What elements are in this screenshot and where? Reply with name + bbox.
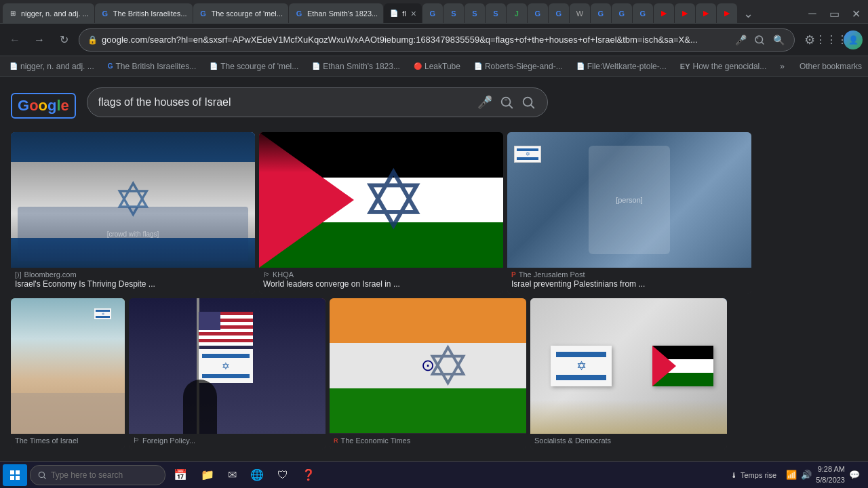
image-card-2-info: 🏳 KHQA World leaders converge on Israel … xyxy=(259,268,503,294)
start-button[interactable] xyxy=(3,464,27,486)
notification-icon[interactable]: 💬 xyxy=(849,470,860,480)
bookmark-item-7[interactable]: EY How the genocidal... xyxy=(676,59,770,74)
tab-3[interactable]: G The scourge of 'mel... xyxy=(193,3,288,23)
tab-13-favicon: W xyxy=(575,9,585,18)
tab-1-title: nigger, n. and adj. ... xyxy=(21,9,89,18)
image-card-7[interactable]: ✡ Socialists & Democrats xyxy=(530,298,727,449)
image-card-3-title: Israel preventing Palestinians from ... xyxy=(511,279,747,290)
voice-input-icon[interactable]: 🎤 xyxy=(477,94,493,110)
bookmark-item-3[interactable]: 📄 The scourge of 'mel... xyxy=(205,59,302,74)
tab-9[interactable]: S xyxy=(486,3,506,23)
bookmark-item-6[interactable]: 📄 File:Weltkarte-ptole-... xyxy=(572,59,671,74)
tab-7[interactable]: S xyxy=(443,3,464,23)
tab-18[interactable]: ▶ xyxy=(675,3,695,23)
tab-11[interactable]: G xyxy=(528,3,548,23)
image-card-5[interactable]: ✡ 🏳 Foreign Policy... xyxy=(129,298,326,449)
apps-icon[interactable]: ⋮⋮⋮ xyxy=(822,30,841,49)
image-card-2[interactable]: ✡ 🏳 KHQA World leaders converge on Israe… xyxy=(259,132,503,294)
image-card-4[interactable]: ✡ The Times of Israel xyxy=(11,298,125,449)
svg-point-1 xyxy=(757,37,759,39)
tab-5-close[interactable]: × xyxy=(411,8,416,19)
google-search-bar[interactable]: flags of the houses of Israel 🎤 xyxy=(87,87,548,117)
tab-15[interactable]: G xyxy=(612,3,632,23)
tab-10-favicon: J xyxy=(512,9,521,18)
search-icon[interactable]: 🔍 xyxy=(771,33,786,47)
bookmark-item-4[interactable]: 📄 Ethan Smith's 1823... xyxy=(308,59,404,74)
refresh-button[interactable]: ↻ xyxy=(54,30,73,49)
network-icon[interactable]: 📶 xyxy=(786,470,797,480)
other-bookmarks-label: Other bookmarks xyxy=(800,62,862,71)
tab-5-active[interactable]: 📄 fl × xyxy=(384,3,422,23)
taskbar-search-input[interactable] xyxy=(51,470,146,480)
profile-avatar[interactable]: 👤 xyxy=(844,30,863,49)
bookmark-item-2[interactable]: G The British Israelites... xyxy=(104,59,201,74)
et-source: The Economic Times xyxy=(341,436,411,445)
other-bookmarks[interactable]: Other bookmarks xyxy=(795,59,866,74)
bookmarks-more-button[interactable]: » xyxy=(776,62,789,71)
taskbar-file-explorer[interactable]: 📁 xyxy=(195,464,220,486)
image-card-2-title: World leaders converge on Israel in ... xyxy=(263,279,499,290)
tab-12-favicon: G xyxy=(554,9,564,18)
tab-20[interactable]: ▶ xyxy=(717,3,737,23)
svg-rect-5 xyxy=(16,470,20,474)
bookmark-6-label: File:Weltkarte-ptole-... xyxy=(587,62,667,71)
tab-12[interactable]: G xyxy=(549,3,569,23)
taskbar-date-text: 5/8/2023 xyxy=(816,475,845,485)
maximize-button[interactable]: ▭ xyxy=(825,4,844,23)
image-card-3-info: P The Jerusalem Post Israel preventing P… xyxy=(507,268,751,294)
minimize-button[interactable]: ─ xyxy=(803,4,822,23)
svg-rect-7 xyxy=(16,476,20,480)
close-button[interactable]: ✕ xyxy=(846,4,865,23)
bookmark-item-5[interactable]: 📄 Roberts-Siege-and-... xyxy=(470,59,567,74)
tab-2-title: The British Israelites... xyxy=(113,9,187,18)
back-button[interactable]: ← xyxy=(5,30,24,49)
tab-8[interactable]: S xyxy=(465,3,485,23)
tab-19[interactable]: ▶ xyxy=(696,3,716,23)
tab-14[interactable]: G xyxy=(591,3,611,23)
lens-search-icon[interactable] xyxy=(498,94,515,110)
google-search-submit-icon[interactable] xyxy=(520,94,536,110)
taskbar-chrome-app[interactable]: 🌐 xyxy=(245,464,269,486)
bookmark-item-1[interactable]: 📄 nigger, n. and adj. ... xyxy=(5,59,98,74)
tab-9-favicon: S xyxy=(491,9,500,18)
tab-6[interactable]: G xyxy=(422,3,443,23)
tab-5-favicon: 📄 xyxy=(389,9,399,18)
taskbar-weather: 🌡 Temps rise xyxy=(730,471,776,479)
tab-list-button[interactable]: ⌄ xyxy=(739,3,758,23)
svg-rect-6 xyxy=(10,476,14,480)
taskbar-mail-app[interactable]: ✉ xyxy=(222,464,242,486)
tab-17-favicon: ▶ xyxy=(659,9,669,18)
volume-icon[interactable]: 🔊 xyxy=(801,470,812,480)
tab-2[interactable]: G The British Israelites... xyxy=(95,3,193,23)
tab-8-favicon: S xyxy=(470,9,479,18)
tab-1[interactable]: ⊞ nigger, n. and adj. ... xyxy=(3,3,94,23)
bookmark-3-favicon: 📄 xyxy=(210,62,218,70)
tab-1-favicon: ⊞ xyxy=(8,9,18,18)
bookmark-1-favicon: 📄 xyxy=(9,62,18,70)
taskbar-question-app[interactable]: ❓ xyxy=(296,464,321,486)
image-card-3[interactable]: [person] ✡ P The Jerusalem Post Israel p… xyxy=(507,132,751,294)
url-text: google.com/search?hl=en&sxsrf=APwXEdeV1M… xyxy=(102,35,729,45)
bookmark-item-leaktube[interactable]: 🔴 LeakTube xyxy=(410,59,465,74)
bookmark-4-label: Ethan Smith's 1823... xyxy=(323,62,400,71)
voice-search-icon[interactable]: 🎤 xyxy=(733,33,748,47)
tab-10[interactable]: J xyxy=(507,3,527,23)
svg-point-0 xyxy=(755,36,763,43)
tab-20-favicon: ▶ xyxy=(722,9,732,18)
tab-16[interactable]: G xyxy=(633,3,653,23)
tab-17[interactable]: ▶ xyxy=(654,3,674,23)
tab-4[interactable]: G Ethan Smith's 1823... xyxy=(289,3,383,23)
url-box[interactable]: 🔒 google.com/search?hl=en&sxsrf=APwXEdeV… xyxy=(79,28,795,52)
forward-button[interactable]: → xyxy=(30,30,49,49)
tab-15-favicon: G xyxy=(617,9,627,18)
taskbar-right-icons: 🌡 Temps rise 📶 🔊 9:28 AM 5/8/2023 💬 xyxy=(730,464,865,485)
taskbar-search-box[interactable] xyxy=(30,465,165,485)
tab-3-favicon: G xyxy=(199,9,208,18)
taskbar-shield-app[interactable]: 🛡 xyxy=(272,464,294,486)
image-card-6[interactable]: ⊙ ✡ R The Economic Times xyxy=(330,298,526,449)
lens-icon[interactable] xyxy=(752,33,767,47)
taskbar-calendar-app[interactable]: 📅 xyxy=(168,464,193,486)
image-card-1[interactable]: ✡ [crowd with flags] [⟩] Bloomberg.com I… xyxy=(11,132,255,294)
tab-13[interactable]: W xyxy=(570,3,590,23)
google-logo[interactable]: Google xyxy=(11,93,76,119)
